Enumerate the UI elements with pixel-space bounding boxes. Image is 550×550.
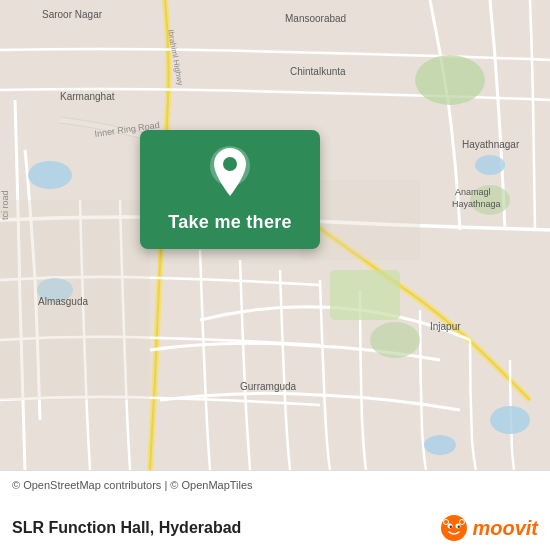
- svg-point-1: [415, 55, 485, 105]
- svg-point-33: [458, 526, 460, 528]
- svg-point-29: [441, 515, 467, 541]
- moovit-face-icon: [440, 514, 468, 542]
- svg-text:Hayathnagar: Hayathnagar: [462, 139, 520, 150]
- svg-text:Anamagl: Anamagl: [455, 187, 491, 197]
- svg-point-7: [475, 155, 505, 175]
- svg-text:Karmanghat: Karmanghat: [60, 91, 115, 102]
- svg-text:Mansoorabad: Mansoorabad: [285, 13, 346, 24]
- location-info: SLR Function Hall, Hyderabad moovit: [12, 514, 538, 542]
- svg-point-8: [490, 406, 530, 434]
- svg-rect-3: [330, 270, 400, 320]
- svg-text:Hayathnaga: Hayathnaga: [452, 199, 501, 209]
- svg-text:Saroor Nagar: Saroor Nagar: [42, 9, 103, 20]
- svg-point-4: [370, 322, 420, 358]
- location-card[interactable]: Take me there: [140, 130, 320, 249]
- svg-point-32: [450, 526, 452, 528]
- moovit-logo: moovit: [440, 514, 538, 542]
- svg-text:Injapur: Injapur: [430, 321, 461, 332]
- svg-point-35: [460, 520, 465, 525]
- location-name: SLR Function Hall, Hyderabad: [12, 519, 241, 537]
- svg-point-9: [424, 435, 456, 455]
- svg-text:Gurramguda: Gurramguda: [240, 381, 297, 392]
- svg-text:tci road: tci road: [0, 190, 10, 220]
- button-overlay: Take me there: [140, 130, 320, 249]
- moovit-text: moovit: [472, 517, 538, 540]
- attribution-text: © OpenStreetMap contributors | © OpenMap…: [12, 479, 538, 491]
- bottom-bar: © OpenStreetMap contributors | © OpenMap…: [0, 470, 550, 550]
- svg-point-34: [444, 520, 449, 525]
- location-pin-icon: [208, 146, 252, 198]
- svg-text:RCI road: RCI road: [0, 109, 2, 145]
- pin-icon-wrapper: [208, 146, 252, 202]
- svg-text:Chintalkunta: Chintalkunta: [290, 66, 346, 77]
- svg-text:Almasguda: Almasguda: [38, 296, 88, 307]
- svg-point-28: [223, 157, 237, 171]
- take-me-there-button[interactable]: Take me there: [168, 212, 292, 233]
- svg-point-5: [28, 161, 72, 189]
- map-container: Saroor Nagar Mansoorabad Chintalkunta Ka…: [0, 0, 550, 470]
